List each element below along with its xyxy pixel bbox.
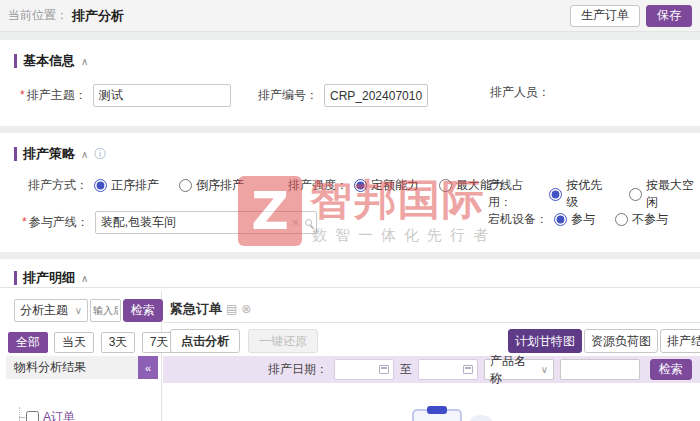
tab-divider — [163, 322, 700, 323]
chevron-down-icon: ∨ — [75, 305, 82, 316]
gantt-view-button[interactable]: 计划甘特图 — [508, 329, 582, 353]
info-icon[interactable]: ⓘ — [94, 146, 106, 163]
section-bar — [14, 271, 17, 285]
collapse-caret-icon[interactable]: ∧ — [81, 149, 88, 160]
radio-max-idle-input[interactable] — [629, 188, 642, 201]
line-occupy-field: 产线占用： 按优先级 按最大空闲 — [488, 177, 700, 211]
filter-row: 排产日期： 至 产品名称 ∨ 检索 — [163, 356, 700, 383]
number-label: 排产编号： — [258, 87, 318, 104]
empty-state-shadow — [470, 415, 492, 421]
radio-participate[interactable]: 参与 — [554, 211, 595, 228]
person-label: 排产人员： — [490, 84, 550, 101]
chevron-down-icon: ∨ — [541, 364, 548, 375]
order-tab[interactable]: 紧急订单 ▤ ⊗ — [170, 300, 251, 318]
subject-input[interactable] — [93, 84, 231, 107]
person-field: 排产人员： — [490, 84, 550, 101]
radio-forward-input[interactable] — [94, 179, 107, 192]
checkbox-a-order[interactable] — [26, 411, 39, 421]
search-icon[interactable] — [305, 219, 312, 226]
range-tabs: 全部 当天 3天 7天 — [8, 332, 179, 353]
analysis-topic-select[interactable]: 分析主题 ∨ — [14, 299, 88, 322]
radio-not-participate[interactable]: 不参与 — [615, 211, 668, 228]
strategy-section: 排产策略 ∧ ⓘ 排产方式： 正序排产 倒序排产 排产强度： 定额能力 最大能力… — [0, 133, 700, 252]
section-divider — [0, 287, 700, 288]
material-tree: A订单 紧急订单 1223 — [6, 405, 156, 421]
tab-today[interactable]: 当天 — [54, 332, 94, 353]
product-name-select[interactable]: 产品名称 ∨ — [484, 359, 554, 380]
production-order-button[interactable]: 生产订单 — [570, 5, 640, 27]
copy-icon[interactable]: ▤ — [226, 302, 237, 316]
collapse-caret-icon[interactable]: ∧ — [81, 273, 88, 284]
radio-not-participate-input[interactable] — [615, 213, 628, 226]
date-range-label: 排产日期： — [268, 361, 328, 378]
basic-info-title: 基本信息 ∧ — [14, 52, 88, 70]
topbar: 当前位置： 排产分析 生产订单 保存 — [0, 0, 700, 32]
breadcrumb-label: 当前位置： — [8, 7, 68, 24]
tree-item-a-order[interactable]: A订单 — [6, 409, 156, 421]
radio-participate-input[interactable] — [554, 213, 567, 226]
date-start-input[interactable] — [334, 359, 394, 380]
number-field: 排产编号： — [258, 84, 428, 107]
analysis-search-button[interactable]: 检索 — [123, 299, 163, 322]
analysis-search-input[interactable] — [90, 299, 121, 322]
scheduling-mode-field: 排产方式： 正序排产 倒序排产 — [28, 177, 258, 194]
intensity-field: 排产强度： 定额能力 最大能力 — [288, 177, 518, 194]
scheduling-mode-label: 排产方式： — [28, 177, 88, 194]
radio-reverse-input[interactable] — [179, 179, 192, 192]
date-to-label: 至 — [400, 361, 412, 378]
topbar-actions: 生产订单 保存 — [570, 5, 692, 27]
collapse-caret-icon[interactable]: ∧ — [81, 56, 88, 67]
tab-all[interactable]: 全部 — [8, 332, 48, 353]
radio-by-max-idle[interactable]: 按最大空闲 — [629, 177, 700, 211]
basic-info-section: 基本信息 ∧ 排产主题： 排产编号： 排产人员： — [0, 40, 700, 126]
radio-forward-scheduling[interactable]: 正序排产 — [94, 177, 159, 194]
empty-state-clipboard-icon — [412, 409, 462, 421]
subject-field: 排产主题： — [20, 84, 231, 107]
line-occupy-label: 产线占用： — [488, 177, 543, 211]
clear-icon[interactable]: ✕ — [291, 218, 299, 228]
number-input[interactable] — [324, 84, 428, 107]
collapse-panel-button[interactable]: « — [138, 356, 158, 379]
date-end-input[interactable] — [418, 359, 478, 380]
analysis-search-row: 分析主题 ∨ 检索 — [14, 299, 163, 322]
radio-reverse-scheduling[interactable]: 倒序排产 — [179, 177, 244, 194]
calendar-icon — [463, 365, 473, 374]
view-switcher: 计划甘特图 资源负荷图 排产结果表 — [508, 329, 700, 353]
downtime-field: 宕机设备： 参与 不参与 — [488, 211, 668, 228]
strategy-title: 排产策略 ∧ ⓘ — [14, 145, 106, 163]
lines-input-icons: ✕ — [291, 211, 311, 234]
lines-label: 参与产线： — [22, 214, 89, 231]
calendar-icon — [379, 365, 389, 374]
lines-input-wrap: ✕ — [95, 211, 317, 234]
material-result-header: 物料分析结果 « — [6, 356, 158, 379]
lines-input[interactable] — [95, 211, 317, 234]
tab-3days[interactable]: 3天 — [101, 332, 136, 353]
lines-field: 参与产线： ✕ — [22, 211, 317, 234]
intensity-label: 排产强度： — [288, 177, 348, 194]
product-search-input[interactable] — [560, 359, 640, 380]
action-toolbar: 点击分析 一键还原 — [170, 329, 318, 353]
section-bar — [14, 54, 17, 68]
detail-section: 排产明细 ∧ 分析主题 ∨ 检索 全部 当天 3天 7天 物料分析结果 « A订… — [0, 259, 700, 421]
radio-priority-input[interactable] — [549, 188, 562, 201]
radio-quota-capacity[interactable]: 定额能力 — [354, 177, 419, 194]
downtime-label: 宕机设备： — [488, 211, 548, 228]
detail-title: 排产明细 ∧ — [14, 269, 88, 287]
load-view-button[interactable]: 资源负荷图 — [584, 329, 658, 353]
save-button[interactable]: 保存 — [646, 5, 692, 27]
radio-by-priority[interactable]: 按优先级 — [549, 177, 609, 211]
radio-quota-input[interactable] — [354, 179, 367, 192]
close-icon[interactable]: ⊗ — [241, 302, 251, 316]
restore-button[interactable]: 一键还原 — [248, 329, 318, 353]
breadcrumb-value: 排产分析 — [72, 7, 124, 25]
analyze-button[interactable]: 点击分析 — [170, 329, 240, 353]
result-table-button[interactable]: 排产结果表 — [660, 329, 700, 353]
filter-search-button[interactable]: 检索 — [650, 359, 692, 380]
section-bar — [14, 147, 17, 161]
subject-label: 排产主题： — [20, 87, 87, 104]
radio-max-input[interactable] — [439, 179, 452, 192]
